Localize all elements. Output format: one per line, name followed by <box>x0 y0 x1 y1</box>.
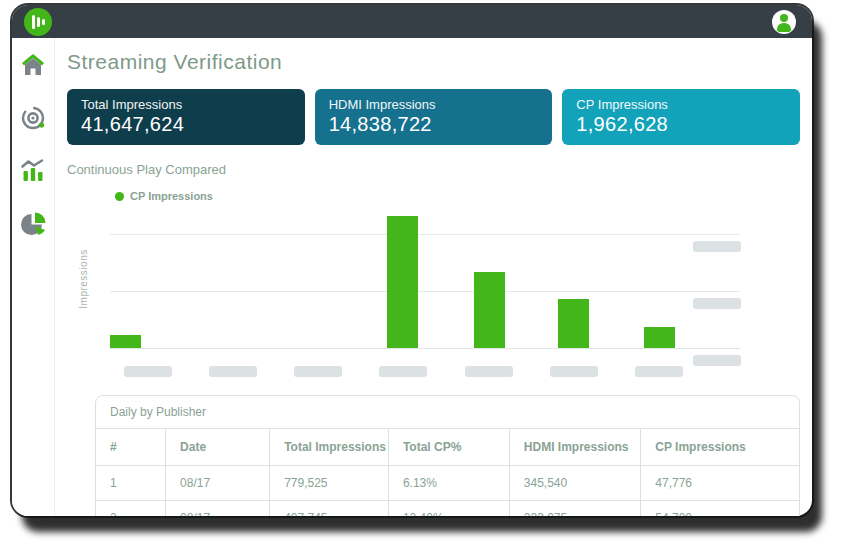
x-tick-label-placeholder <box>635 366 683 377</box>
legend-label: CP Impressions <box>130 190 213 202</box>
stat-card-value: 1,962,628 <box>576 113 786 136</box>
chart-bar <box>474 272 505 348</box>
chart-bar <box>644 327 675 348</box>
sidebar-item-reports[interactable] <box>18 209 48 239</box>
sidebar-item-home[interactable] <box>18 50 48 80</box>
stat-card-cp-impressions: CP Impressions 1,962,628 <box>562 89 800 145</box>
gridline <box>110 234 740 235</box>
col-header-cp-impressions: CP Impressions <box>641 429 799 466</box>
bar-chart: Impressions <box>110 209 740 349</box>
stat-card-total-impressions: Total Impressions 41,647,624 <box>67 89 305 145</box>
gridline <box>110 291 740 292</box>
stat-cards-row: Total Impressions 41,647,624 HDMI Impres… <box>67 89 800 145</box>
stat-card-hdmi-impressions: HDMI Impressions 14,838,722 <box>315 89 553 145</box>
col-header-hdmi-impressions: HDMI Impressions <box>509 429 640 466</box>
table-header-row: # Date Total Impressions Total CP% HDMI … <box>96 429 799 466</box>
chart-bar <box>558 299 589 348</box>
top-bar <box>12 5 812 38</box>
cell-cp-impressions: 47,776 <box>641 466 799 501</box>
user-avatar[interactable] <box>772 10 796 34</box>
chart-bar <box>110 338 141 348</box>
daily-by-publisher-table: # Date Total Impressions Total CP% HDMI … <box>96 429 799 516</box>
page-title: Streaming Verification <box>67 50 800 74</box>
avatar-body-icon <box>777 23 791 32</box>
x-tick-label-placeholder <box>465 366 513 377</box>
y-tick-label-placeholder <box>693 355 741 366</box>
col-header-total-cp-percent: Total CP% <box>388 429 509 466</box>
legend-dot-icon <box>115 192 124 201</box>
pie-chart-icon <box>19 210 47 238</box>
chart-legend: CP Impressions <box>115 190 800 202</box>
cell-hdmi-impressions: 223,075 <box>509 501 640 517</box>
y-tick-label-placeholder <box>693 241 741 252</box>
x-tick-label-placeholder <box>209 366 257 377</box>
stat-card-label: HDMI Impressions <box>329 97 539 112</box>
daily-by-publisher-table-card: Daily by Publisher # Date Total Impressi… <box>95 395 800 516</box>
table-row: 1 08/17 779,525 6.13% 345,540 47,776 <box>96 466 799 501</box>
cell-number: 1 <box>96 466 166 501</box>
x-axis-line <box>110 348 740 349</box>
chart-title: Continuous Play Compared <box>67 162 800 177</box>
cell-date: 08/17 <box>166 501 270 517</box>
home-icon <box>19 51 47 79</box>
col-header-date: Date <box>166 429 270 466</box>
col-header-number: # <box>96 429 166 466</box>
stat-card-label: CP Impressions <box>576 97 786 112</box>
col-header-total-impressions: Total Impressions <box>270 429 389 466</box>
stat-card-value: 41,647,624 <box>81 113 291 136</box>
table-title: Daily by Publisher <box>96 396 799 429</box>
stat-card-label: Total Impressions <box>81 97 291 112</box>
bar-line-chart-icon <box>19 157 47 185</box>
cell-number: 2 <box>96 501 166 517</box>
cell-total-cp-percent: 6.13% <box>388 466 509 501</box>
sidebar <box>12 38 55 516</box>
cell-cp-impressions: 54,700 <box>641 501 799 517</box>
y-tick-label-placeholder <box>693 298 741 309</box>
chart-bar <box>387 216 418 348</box>
stat-card-value: 14,838,722 <box>329 113 539 136</box>
x-tick-label-placeholder <box>379 366 427 377</box>
cell-total-impressions: 407,745 <box>270 501 389 517</box>
play-bars-logo-icon[interactable] <box>24 8 52 36</box>
target-radar-icon <box>19 104 47 132</box>
cell-date: 08/17 <box>166 466 270 501</box>
logo-bar <box>37 17 40 27</box>
main-content: Streaming Verification Total Impressions… <box>55 38 812 516</box>
avatar-head-icon <box>780 14 788 22</box>
x-tick-label-placeholder <box>550 366 598 377</box>
cell-total-cp-percent: 12.40% <box>388 501 509 517</box>
table-row: 2 08/17 407,745 12.40% 223,075 54,700 <box>96 501 799 517</box>
y-axis-label: Impressions <box>78 249 89 308</box>
sidebar-item-verification[interactable] <box>18 103 48 133</box>
logo-bar <box>32 15 35 29</box>
sidebar-item-analytics[interactable] <box>18 156 48 186</box>
x-tick-label-placeholder <box>294 366 342 377</box>
logo-bar <box>42 19 45 25</box>
x-tick-label-placeholder <box>124 366 172 377</box>
cell-total-impressions: 779,525 <box>270 466 389 501</box>
app-window: Streaming Verification Total Impressions… <box>12 5 812 516</box>
cell-hdmi-impressions: 345,540 <box>509 466 640 501</box>
